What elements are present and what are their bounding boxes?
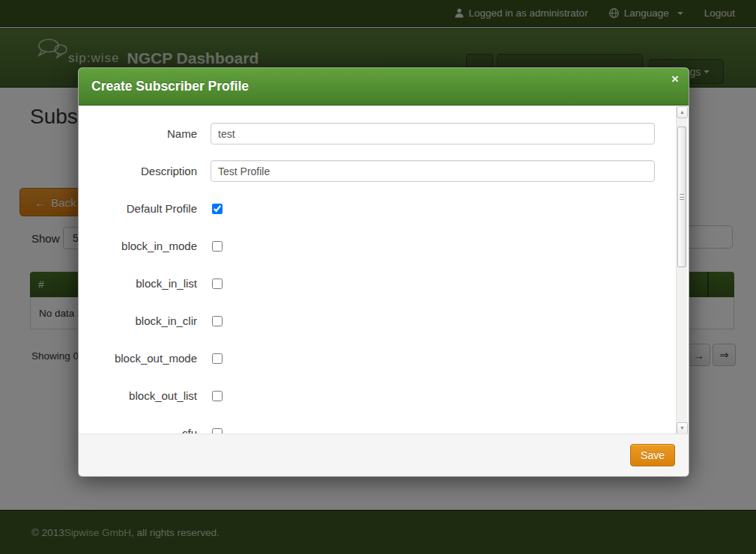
field-label: block_out_list bbox=[79, 389, 211, 402]
scrollbar-thumb[interactable] bbox=[677, 127, 686, 267]
modal-footer: Save bbox=[79, 433, 689, 476]
field-label: block_in_clir bbox=[79, 314, 211, 327]
form-row-description: Description bbox=[79, 153, 689, 190]
application-window: Logged in as administrator Language Logo… bbox=[0, 0, 756, 554]
form-row-block-out-mode: block_out_mode bbox=[79, 340, 689, 377]
form-row-block-in-clir: block_in_clir bbox=[79, 302, 689, 340]
scroll-up-icon: ▲ bbox=[680, 109, 685, 115]
cfu-checkbox[interactable] bbox=[212, 428, 223, 433]
form-row-block-in-list: block_in_list bbox=[79, 265, 689, 302]
modal-body: Name Description Default Profile block_i… bbox=[79, 106, 689, 433]
field-label: block_in_list bbox=[79, 277, 211, 290]
field-label: Description bbox=[79, 165, 211, 177]
scroll-down-button[interactable]: ▼ bbox=[677, 422, 688, 433]
name-input[interactable] bbox=[211, 123, 655, 144]
save-button[interactable]: Save bbox=[630, 444, 675, 466]
description-input[interactable] bbox=[211, 160, 655, 182]
form-row-name: Name bbox=[79, 115, 689, 153]
block-out-list-checkbox[interactable] bbox=[212, 391, 223, 401]
modal-header: Create Subscriber Profile × bbox=[79, 68, 689, 106]
modal-scrollbar[interactable]: ▲ ▼ bbox=[676, 106, 687, 433]
block-in-clir-checkbox[interactable] bbox=[212, 316, 223, 326]
form-row-cfu: cfu bbox=[79, 415, 689, 433]
close-icon[interactable]: × bbox=[671, 73, 679, 85]
scroll-up-button[interactable]: ▲ bbox=[677, 106, 688, 118]
scroll-down-icon: ▼ bbox=[680, 425, 685, 430]
form-row-default-profile: Default Profile bbox=[79, 190, 689, 228]
block-out-mode-checkbox[interactable] bbox=[212, 353, 223, 364]
default-profile-checkbox[interactable] bbox=[212, 204, 223, 214]
field-label: Name bbox=[79, 127, 211, 140]
form-row-block-in-mode: block_in_mode bbox=[79, 228, 689, 265]
form-row-block-out-list: block_out_list bbox=[79, 377, 689, 415]
field-label: cfu bbox=[79, 427, 211, 433]
block-in-list-checkbox[interactable] bbox=[212, 278, 223, 289]
create-subscriber-profile-modal: Create Subscriber Profile × Name Descrip… bbox=[78, 67, 689, 477]
field-label: block_out_mode bbox=[79, 352, 211, 365]
modal-title: Create Subscriber Profile bbox=[79, 79, 249, 94]
field-label: Default Profile bbox=[79, 202, 211, 215]
scrollbar-grip-icon bbox=[680, 194, 684, 200]
block-in-mode-checkbox[interactable] bbox=[212, 241, 223, 252]
field-label: block_in_mode bbox=[79, 240, 211, 252]
